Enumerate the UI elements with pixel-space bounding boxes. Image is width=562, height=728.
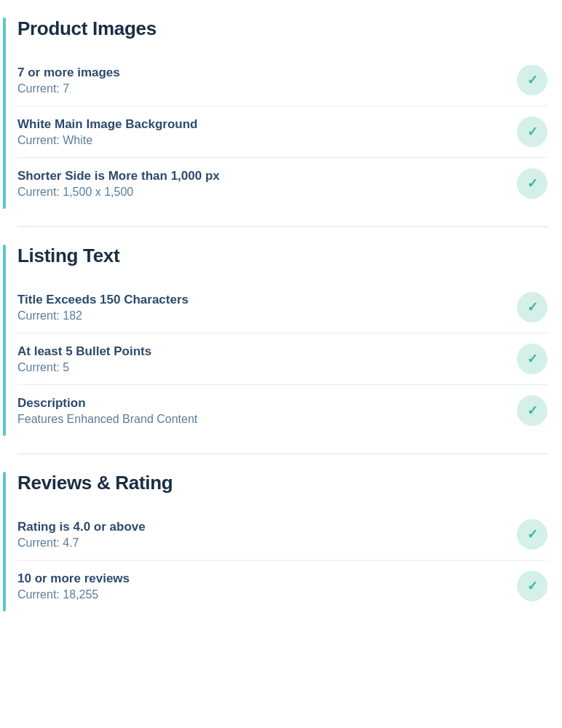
check-item-label: Description bbox=[17, 396, 502, 411]
check-item-text: Shorter Side is More than 1,000 pxCurren… bbox=[17, 169, 517, 199]
checkmark-icon: ✓ bbox=[527, 526, 538, 542]
check-item: Rating is 4.0 or aboveCurrent: 4.7✓ bbox=[17, 509, 547, 561]
check-item: White Main Image BackgroundCurrent: Whit… bbox=[17, 106, 547, 158]
check-item-text: White Main Image BackgroundCurrent: Whit… bbox=[17, 117, 517, 147]
section-accent-bar bbox=[3, 17, 6, 209]
checkmark-icon: ✓ bbox=[527, 403, 538, 419]
section-accent-bar bbox=[3, 245, 6, 436]
check-circle: ✓ bbox=[517, 292, 547, 323]
checkmark-icon: ✓ bbox=[527, 72, 538, 88]
checkmark-icon: ✓ bbox=[527, 124, 538, 140]
check-item-label: Rating is 4.0 or above bbox=[17, 520, 502, 534]
check-item-text: Title Exceeds 150 CharactersCurrent: 182 bbox=[17, 293, 517, 323]
check-circle: ✓ bbox=[517, 116, 547, 147]
check-item: DescriptionFeatures Enhanced Brand Conte… bbox=[17, 385, 547, 436]
check-item: Shorter Side is More than 1,000 pxCurren… bbox=[17, 158, 547, 209]
section-accent-bar bbox=[3, 472, 6, 612]
section-title-product-images: Product Images bbox=[17, 17, 547, 40]
check-item-text: DescriptionFeatures Enhanced Brand Conte… bbox=[17, 396, 517, 426]
checkmark-icon: ✓ bbox=[527, 351, 538, 367]
section-product-images: Product Images7 or more imagesCurrent: 7… bbox=[17, 17, 547, 209]
check-item-value: Features Enhanced Brand Content bbox=[17, 413, 502, 426]
checkmark-icon: ✓ bbox=[527, 299, 538, 315]
section-reviews-rating: Reviews & RatingRating is 4.0 or aboveCu… bbox=[17, 472, 547, 612]
section-listing-text: Listing TextTitle Exceeds 150 Characters… bbox=[17, 245, 547, 436]
check-circle: ✓ bbox=[517, 571, 547, 601]
check-circle: ✓ bbox=[517, 168, 547, 199]
check-item-label: 7 or more images bbox=[17, 66, 502, 80]
check-item-value: Current: White bbox=[17, 134, 502, 147]
checkmark-icon: ✓ bbox=[527, 175, 538, 191]
check-item: At least 5 Bullet PointsCurrent: 5✓ bbox=[17, 333, 547, 385]
check-item-text: 10 or more reviewsCurrent: 18,255 bbox=[17, 571, 517, 601]
check-item-value: Current: 182 bbox=[17, 309, 502, 323]
check-circle: ✓ bbox=[517, 395, 547, 426]
check-item-label: 10 or more reviews bbox=[17, 571, 502, 586]
checkmark-icon: ✓ bbox=[527, 578, 538, 594]
check-item-label: Shorter Side is More than 1,000 px bbox=[17, 169, 502, 183]
check-circle: ✓ bbox=[517, 519, 547, 550]
section-title-reviews-rating: Reviews & Rating bbox=[17, 472, 547, 494]
section-divider bbox=[17, 226, 547, 227]
check-item-label: At least 5 Bullet Points bbox=[17, 344, 502, 359]
check-item-label: Title Exceeds 150 Characters bbox=[17, 293, 502, 307]
check-item-text: At least 5 Bullet PointsCurrent: 5 bbox=[17, 344, 517, 374]
check-item: 10 or more reviewsCurrent: 18,255✓ bbox=[17, 561, 547, 612]
check-item: Title Exceeds 150 CharactersCurrent: 182… bbox=[17, 282, 547, 333]
check-item-label: White Main Image Background bbox=[17, 117, 502, 132]
check-item-value: Current: 1,500 x 1,500 bbox=[17, 186, 502, 199]
check-item: 7 or more imagesCurrent: 7✓ bbox=[17, 55, 547, 106]
check-circle: ✓ bbox=[517, 344, 547, 374]
check-item-text: Rating is 4.0 or aboveCurrent: 4.7 bbox=[17, 520, 517, 550]
check-item-value: Current: 4.7 bbox=[17, 537, 502, 550]
section-title-listing-text: Listing Text bbox=[17, 245, 547, 267]
check-item-value: Current: 7 bbox=[17, 82, 502, 95]
check-item-value: Current: 18,255 bbox=[17, 588, 502, 601]
check-circle: ✓ bbox=[517, 65, 547, 95]
check-item-value: Current: 5 bbox=[17, 361, 502, 374]
check-item-text: 7 or more imagesCurrent: 7 bbox=[17, 66, 517, 95]
section-divider bbox=[17, 454, 547, 454]
main-container: Product Images7 or more imagesCurrent: 7… bbox=[0, 0, 562, 629]
